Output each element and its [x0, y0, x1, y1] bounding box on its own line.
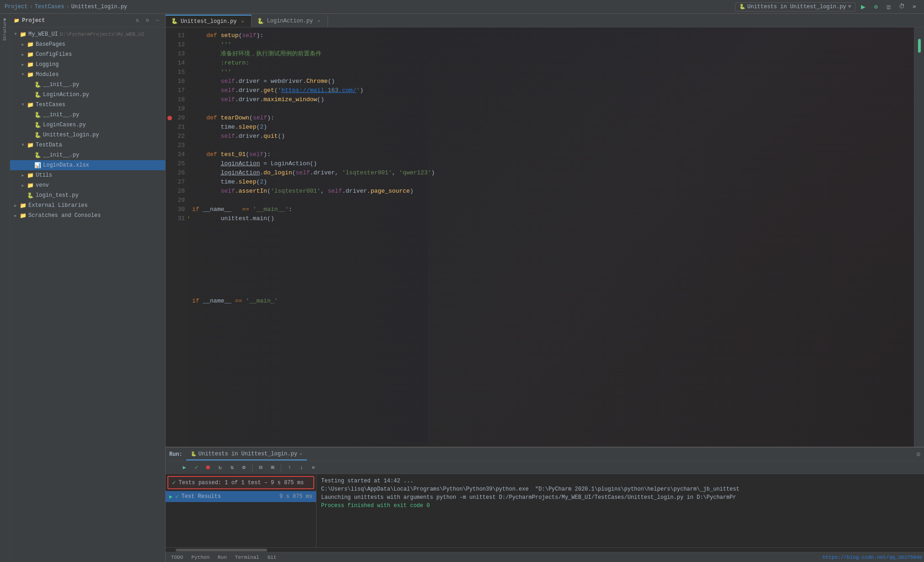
- h-scrollbar-thumb[interactable]: [176, 549, 267, 551]
- tree-item-modules[interactable]: ▼📁Modules: [10, 70, 165, 80]
- tree-item-modules-init[interactable]: 🐍__init__.py: [10, 80, 165, 90]
- tree-item-utils[interactable]: ▶📁Utils: [10, 170, 165, 180]
- git-tab[interactable]: Git: [264, 553, 280, 562]
- terminal-tab[interactable]: Terminal: [231, 553, 263, 562]
- code-body[interactable]: 1112131415161718192021222324252627282930…: [166, 27, 914, 447]
- run-down-btn[interactable]: ↓: [296, 463, 306, 473]
- toolbar-sep-1: [252, 464, 252, 471]
- tree-item-testcases-init[interactable]: 🐍__init__.py: [10, 110, 165, 120]
- run-up-btn[interactable]: ↑: [285, 463, 295, 473]
- run-settings-btn[interactable]: ⚙: [917, 450, 920, 458]
- line-num-empty-26: [166, 269, 188, 278]
- line-num-27: 27: [166, 178, 188, 187]
- tree-label-venv: venv: [36, 182, 49, 189]
- code-line-26: loginAction.do_login(self.driver, 'lsqte…: [192, 168, 914, 178]
- output-line: Testing started at 14:42 ...: [321, 477, 919, 485]
- py-icon-logincases: 🐍: [34, 122, 41, 129]
- structure-strip-btn[interactable]: Structure: [1, 26, 9, 34]
- tree-label-my-web-ui: My_WEB_UI: [28, 31, 58, 38]
- folder-icon-modules: 📁: [27, 71, 34, 78]
- tree-arrow-basepages: ▶: [19, 42, 27, 47]
- coverage-button[interactable]: ◫: [884, 2, 894, 12]
- project-panel: 📁 Project ⇅ ⚙ — ▼📁My_WEB_UID:\PycharmPro…: [10, 14, 166, 562]
- tree-item-logincases[interactable]: 🐍LoginCases.py: [10, 120, 165, 130]
- tree-item-logging[interactable]: ▶📁Logging: [10, 59, 165, 70]
- todo-tab[interactable]: TODO: [167, 553, 187, 562]
- tree-arrow-scratches: ▶: [12, 213, 19, 218]
- tree-label-logindata: LoginData.xlsx: [43, 162, 89, 168]
- panel-close-btn[interactable]: —: [153, 16, 161, 25]
- line-num-13: 13: [166, 49, 188, 59]
- run-sort-btn[interactable]: ⇅: [227, 463, 237, 473]
- tree-item-external-libs[interactable]: ▶📁External Libraries: [10, 200, 165, 211]
- profile-button[interactable]: ⏱: [897, 2, 907, 12]
- run-button[interactable]: ▶: [858, 2, 868, 12]
- tree-item-my-web-ui[interactable]: ▼📁My_WEB_UID:\PycharmProjects\My_WEB_UI: [10, 29, 165, 39]
- tree-arrow-configfiles: ▶: [19, 52, 27, 57]
- line-num-21: 21: [166, 123, 188, 132]
- panel-sync-btn[interactable]: ⇅: [133, 16, 141, 25]
- folder-icon-venv: 📁: [27, 182, 34, 189]
- tree-label-login-test: login_test.py: [36, 192, 79, 199]
- code-line-empty-28: [192, 287, 914, 297]
- tree-item-loginaction[interactable]: 🐍LoginAction.py: [10, 90, 165, 100]
- h-scrollbar[interactable]: [166, 547, 924, 552]
- tree-path-my-web-ui: D:\PycharmProjects\My_WEB_UI: [60, 32, 145, 37]
- tree-item-logindata[interactable]: 📊LoginData.xlsx: [10, 160, 165, 170]
- run-toolbar: ▶ ✓ ⏹ ↻ ⇅ ⚙ ⊟ ⊞ ↑ ↓ »: [166, 461, 924, 474]
- run-filter-btn[interactable]: ⚙: [239, 463, 249, 473]
- tab-loginaction-tab[interactable]: 🐍 LoginAction.py ✕: [252, 15, 328, 27]
- tree-item-configfiles[interactable]: ▶📁ConfigFiles: [10, 49, 165, 59]
- left-side-strip: P Structure: [0, 14, 10, 562]
- run-play-btn[interactable]: ▶: [179, 463, 189, 473]
- tree-item-scratches[interactable]: ▶📁Scratches and Consoles: [10, 211, 165, 221]
- tree-label-modules-init: __init__.py: [43, 81, 79, 88]
- output-line: Launching unittests with arguments pytho…: [321, 493, 919, 502]
- line-num-empty-22: [166, 232, 188, 242]
- run-expand-btn[interactable]: ⊟: [256, 463, 266, 473]
- more-actions-button[interactable]: »: [909, 2, 919, 12]
- tree-item-unittest-login[interactable]: 🐍Unittest_login.py: [10, 130, 165, 140]
- tree-item-testdata-init[interactable]: 🐍__init__.py: [10, 150, 165, 160]
- panel-settings-btn[interactable]: ⚙: [143, 16, 151, 25]
- run-tab-bottom[interactable]: Run: [214, 553, 231, 562]
- code-line-empty-27: [192, 278, 914, 287]
- bottom-section: Run: 🐍 Unittests in Unittest_login.py ✕ …: [166, 447, 924, 562]
- process-finished: Process finished with exit code 0: [321, 503, 430, 509]
- line-num-empty-28: [166, 287, 188, 297]
- python-tab[interactable]: Python: [188, 553, 213, 562]
- run-active-tab[interactable]: 🐍 Unittests in Unittest_login.py ✕: [186, 449, 307, 460]
- run-collapse-btn[interactable]: ⊞: [268, 463, 278, 473]
- breadcrumb-root: Project: [5, 4, 27, 10]
- tab-close-loginaction-tab[interactable]: ✕: [316, 18, 322, 24]
- tree-item-basepages[interactable]: ▶📁BasePages: [10, 39, 165, 49]
- run-next-btn[interactable]: »: [308, 463, 318, 473]
- tab-unittest-login-tab[interactable]: 🐍 Unittest_login.py ✕: [166, 15, 252, 27]
- line-num-11: 11: [166, 31, 188, 40]
- tree-item-testdata[interactable]: ▼📁TestData: [10, 140, 165, 150]
- run-left-strip: [168, 466, 177, 469]
- tree-item-login-test[interactable]: 🐍login_test.py: [10, 190, 165, 200]
- code-content[interactable]: def setup(self): ''' 准备好环境，执行测试用例的前置条件 :…: [188, 27, 914, 447]
- editor-wrapper: 🐍 Unittest_login.py ✕ 🐍 LoginAction.py ✕…: [166, 14, 924, 562]
- line-num-empty-21: [166, 223, 188, 232]
- csdn-link[interactable]: https://blog.csdn.net/qq_38175040: [822, 555, 922, 560]
- tab-bar: 🐍 Unittest_login.py ✕ 🐍 LoginAction.py ✕: [166, 14, 924, 27]
- output-line: Process finished with exit code 0: [321, 502, 919, 510]
- py-icon-modules-init: 🐍: [34, 81, 41, 88]
- run-config-selector[interactable]: 🐍 Unittests in Unittest_login.py ▼: [735, 2, 855, 11]
- tab-close-unittest-login-tab[interactable]: ✕: [239, 18, 246, 25]
- tree-item-venv[interactable]: ▶📁venv: [10, 180, 165, 190]
- run-tab-bar: Run: 🐍 Unittests in Unittest_login.py ✕ …: [166, 448, 924, 461]
- tree-label-testcases-init: __init__.py: [43, 112, 79, 118]
- run-tab-close[interactable]: ✕: [300, 451, 302, 457]
- run-rerun-btn[interactable]: ↻: [215, 463, 225, 473]
- run-stop-btn[interactable]: ⏹: [203, 463, 213, 473]
- tree-label-external-libs: External Libraries: [28, 202, 88, 209]
- test-result-row[interactable]: ▶ ✓ Test Results 9 s 875 ms: [166, 491, 316, 502]
- run-check-btn[interactable]: ✓: [191, 463, 201, 473]
- test-pass-icon: ✓: [175, 493, 178, 500]
- folder-icon-testdata: 📁: [27, 142, 34, 149]
- tree-item-testcases[interactable]: ▼📁TestCases: [10, 100, 165, 110]
- debug-button[interactable]: ⚙: [871, 2, 881, 12]
